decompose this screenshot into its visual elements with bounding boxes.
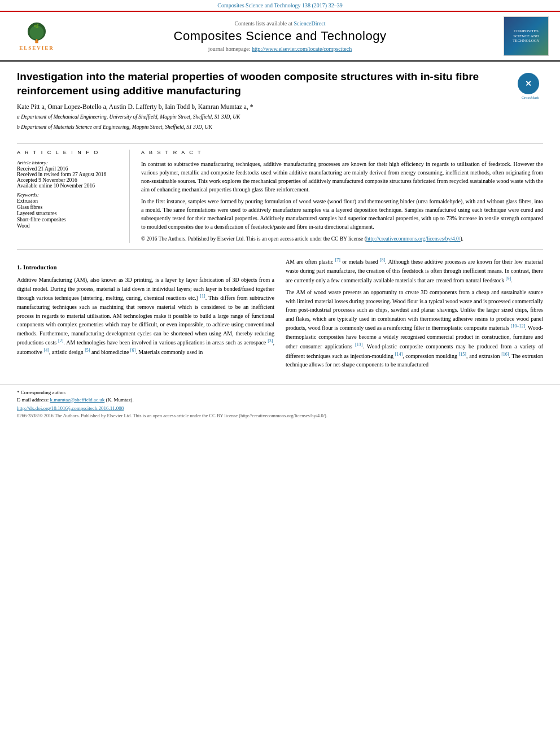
homepage-url[interactable]: http://www.elsevier.com/locate/compscite… xyxy=(252,46,352,52)
available-date: Available online 10 November 2016 xyxy=(17,183,121,189)
ref-10-12: [10–12] xyxy=(511,324,525,329)
elsevier-logo-section: 🌿 ELSEVIER xyxy=(11,19,73,53)
ref-14: [14] xyxy=(395,352,403,357)
keyword-3: Layered structures xyxy=(17,211,121,216)
keyword-1: Extrusion xyxy=(17,198,121,204)
affiliation-b: b Department of Materials Science and En… xyxy=(17,124,509,131)
svg-text:🌿: 🌿 xyxy=(34,24,40,29)
ref-7: [7] xyxy=(335,257,340,263)
body-intro-para1: Additive Manufacturing (AM), also known … xyxy=(17,276,274,356)
footer: * Corresponding author. E-mail address: … xyxy=(0,384,560,422)
doi-link[interactable]: http://dx.doi.org/10.1016/j.compscitech.… xyxy=(17,405,124,411)
ref-9: [9] xyxy=(506,276,511,281)
ref-2: [2] xyxy=(58,338,63,343)
abstract-text: In contrast to subtractive manufacturing… xyxy=(141,160,543,243)
cc-license-link[interactable]: http://creativecommons.org/licenses/by/4… xyxy=(366,236,461,242)
elsevier-tree-svg: 🌿 xyxy=(20,21,54,44)
body-intro-para3: The AM of wood waste presents an opportu… xyxy=(286,288,543,369)
contents-availability: Contents lists available at ScienceDirec… xyxy=(73,20,487,27)
body-col-right: AM are often plastic [7] or metals based… xyxy=(286,257,543,373)
revised-date: Received in revised form 27 August 2016 xyxy=(17,172,121,177)
journal-title: Composites Science and Technology xyxy=(73,29,487,43)
article-info-left: A R T I C L E I N F O Article history: R… xyxy=(17,150,130,243)
article-abstract: A B S T R A C T In contrast to subtracti… xyxy=(141,150,543,243)
abstract-para2: In the first instance, samples were form… xyxy=(141,197,543,231)
ref-5: [5] xyxy=(85,348,90,353)
journal-header: 🌿 ELSEVIER Contents lists available at S… xyxy=(0,12,560,62)
article-title-text: Investigation into the material properti… xyxy=(17,70,509,133)
ref-8: [8] xyxy=(380,257,385,263)
ref-16: [16] xyxy=(501,352,509,357)
journal-cover: COMPOSITES SCIENCE AND TECHNOLOGY xyxy=(487,16,549,56)
journal-homepage: journal homepage: http://www.elsevier.co… xyxy=(73,46,487,52)
corresponding-author-note: * Corresponding author. xyxy=(17,389,543,396)
authors: Kate Pitt a, Omar Lopez-Botello a, Austi… xyxy=(17,103,509,110)
crossmark-icon: ✕ xyxy=(518,73,539,94)
abstract-para1: In contrast to subtractive manufacturing… xyxy=(141,160,543,194)
section-divider xyxy=(17,250,543,250)
ref-4: [4] xyxy=(44,348,49,353)
article-title-section: Investigation into the material properti… xyxy=(17,70,543,138)
copyright-notice: © 2016 The Authors. Published by Elsevie… xyxy=(141,235,543,243)
author-email[interactable]: k.mumtaz@sheffield.ac.uk xyxy=(50,397,104,403)
ref-15: [15] xyxy=(459,352,466,357)
issn-line: 0266-3538/© 2016 The Authors. Published … xyxy=(17,413,543,418)
keywords-group: Keywords: Extrusion Glass fibres Layered… xyxy=(17,192,121,229)
journal-reference-bar: Composites Science and Technology 138 (2… xyxy=(0,0,560,12)
history-label: Article history: xyxy=(17,160,121,165)
ref-1: [1] xyxy=(200,294,205,299)
abstract-label: A B S T R A C T xyxy=(141,150,543,155)
keywords-list: Extrusion Glass fibres Layered structure… xyxy=(17,198,121,229)
elsevier-wordmark: ELSEVIER xyxy=(19,45,54,51)
journal-reference: Composites Science and Technology 138 (2… xyxy=(217,2,342,8)
sciencedirect-link[interactable]: ScienceDirect xyxy=(294,20,325,27)
received-date: Received 21 April 2016 xyxy=(17,166,121,172)
article-info-label: A R T I C L E I N F O xyxy=(17,150,121,155)
body-col-left: 1. Introduction Additive Manufacturing (… xyxy=(17,257,274,373)
main-content: Investigation into the material properti… xyxy=(0,62,560,378)
keyword-5: Wood xyxy=(17,223,121,229)
ref-13: [13] xyxy=(355,342,362,347)
doi-line: http://dx.doi.org/10.1016/j.compscitech.… xyxy=(17,405,543,411)
section1-heading: 1. Introduction xyxy=(17,263,274,272)
affiliation-a: a Department of Mechanical Engineering, … xyxy=(17,113,509,121)
journal-cover-image: COMPOSITES SCIENCE AND TECHNOLOGY xyxy=(504,16,549,56)
ref-6: [6] xyxy=(130,348,135,353)
article-title: Investigation into the material properti… xyxy=(17,70,509,98)
ref-3: [3] xyxy=(268,338,273,343)
email-note: E-mail address: k.mumtaz@sheffield.ac.uk… xyxy=(17,396,543,404)
elsevier-logo: 🌿 ELSEVIER xyxy=(11,19,62,53)
body-intro-para2: AM are often plastic [7] or metals based… xyxy=(286,257,543,285)
keyword-4: Short-fibre composites xyxy=(17,217,121,222)
article-history-group: Article history: Received 21 April 2016 … xyxy=(17,160,121,189)
keywords-label: Keywords: xyxy=(17,192,121,198)
crossmark-label: CrossMark xyxy=(518,95,543,100)
body-columns: 1. Introduction Additive Manufacturing (… xyxy=(17,257,543,373)
crossmark-badge: ✕ CrossMark xyxy=(518,73,543,100)
keyword-2: Glass fibres xyxy=(17,204,121,210)
journal-header-center: Contents lists available at ScienceDirec… xyxy=(73,20,487,52)
accepted-date: Accepted 9 November 2016 xyxy=(17,177,121,183)
article-info-row: A R T I C L E I N F O Article history: R… xyxy=(17,143,543,243)
